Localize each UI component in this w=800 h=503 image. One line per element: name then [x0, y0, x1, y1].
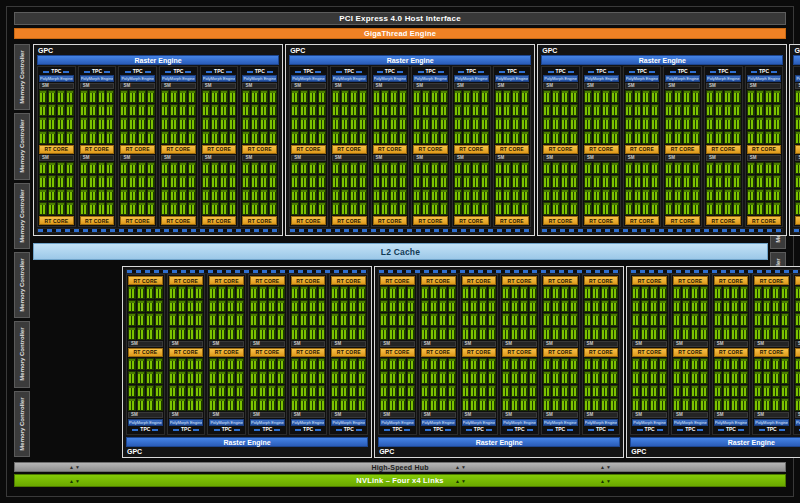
cuda-core-block [260, 117, 268, 130]
tpc-label: TPC [596, 427, 606, 432]
tpc-connector-line [697, 429, 703, 431]
cuda-core-row [462, 358, 497, 371]
cuda-core-rows [169, 357, 204, 413]
tpc-row: TPCPolyMorph EngineSMRT CORESMRT CORETPC… [288, 66, 532, 228]
cuda-core-block [714, 313, 722, 326]
cuda-core-block [195, 358, 203, 371]
cuda-core-block [592, 371, 600, 384]
cuda-core-block [57, 202, 65, 215]
cuda-core-block [543, 398, 551, 411]
cuda-core-row [543, 327, 578, 340]
rt-core: RT CORE [584, 216, 619, 225]
cuda-core-block [601, 398, 609, 411]
cuda-core-block [380, 371, 388, 384]
gpc: GPCRaster EngineTPCPolyMorph EngineSMRT … [33, 44, 283, 236]
cuda-core-row [665, 202, 700, 215]
cuda-core-row [543, 286, 578, 299]
cuda-core-block [331, 286, 339, 299]
cuda-core-block [349, 286, 357, 299]
cuda-core-block [448, 313, 456, 326]
cuda-core-block [634, 131, 642, 144]
cuda-core-row [332, 117, 367, 130]
cuda-core-block [625, 162, 633, 175]
cuda-core-block [146, 327, 154, 340]
gpc-row-bottom: GPCRaster EngineTPCPolyMorph EngineSMRT … [122, 266, 679, 458]
cuda-core-block [358, 385, 366, 398]
cuda-core-row [169, 358, 204, 371]
cuda-core-block [634, 104, 642, 117]
cuda-core-row [331, 313, 366, 326]
cuda-core-block [781, 398, 789, 411]
cuda-core-row [413, 104, 448, 117]
cuda-core-block [584, 313, 592, 326]
cuda-core-row [495, 90, 530, 103]
cuda-core-block [188, 202, 196, 215]
cuda-core-block [511, 398, 519, 411]
cuda-core-block [268, 313, 276, 326]
sm-label: SM [209, 412, 244, 418]
cuda-core-block [740, 327, 748, 340]
sm-unit: SMRT CORE [209, 276, 244, 348]
tpc-header: TPC [632, 426, 667, 433]
sm-unit: SMRT CORE [291, 82, 326, 154]
gpc: GPCRaster EngineTPCPolyMorph EngineSMRT … [537, 44, 787, 236]
cuda-core-row [209, 385, 244, 398]
cuda-core-block [430, 286, 438, 299]
cuda-core-block [390, 202, 398, 215]
sm-label: SM [714, 412, 749, 418]
cuda-core-block [692, 189, 700, 202]
raster-engine-bar: Raster Engine [630, 437, 800, 447]
cuda-core-rows [373, 89, 408, 145]
cuda-core-block [147, 131, 155, 144]
cuda-core-block [521, 202, 529, 215]
cuda-core-block [495, 162, 503, 175]
cuda-core-block [462, 286, 470, 299]
tpc: TPCPolyMorph EngineSMRT CORESMRT CORE [793, 274, 800, 435]
cuda-core-block [332, 131, 340, 144]
sm-unit: SMRT CORE [161, 82, 196, 154]
cuda-core-block [89, 104, 97, 117]
rt-core: RT CORE [331, 276, 366, 285]
cuda-core-block [440, 90, 448, 103]
gpc: GPCRaster EngineTPCPolyMorph EngineSMRT … [626, 266, 800, 458]
cuda-core-rows [584, 357, 619, 413]
cuda-core-block [422, 90, 430, 103]
cuda-core-rows [331, 357, 366, 413]
cuda-core-row [706, 189, 741, 202]
cuda-core-block [251, 189, 259, 202]
cuda-core-row [673, 300, 708, 313]
tpc-connector-line [608, 429, 614, 431]
cuda-core-row [795, 117, 800, 130]
cuda-core-block [169, 286, 177, 299]
cuda-core-block [682, 300, 690, 313]
cuda-core-block [211, 104, 219, 117]
cuda-core-row [584, 117, 619, 130]
cuda-core-block [747, 189, 755, 202]
cuda-core-block [98, 175, 106, 188]
cuda-core-block [747, 104, 755, 117]
tpc-header: TPC [161, 68, 196, 75]
cuda-core-block [398, 313, 406, 326]
cuda-core-block [155, 300, 163, 313]
cuda-core-block [218, 313, 226, 326]
cuda-core-block [795, 385, 800, 398]
cuda-core-block [373, 131, 381, 144]
cuda-core-block [511, 371, 519, 384]
cuda-core-block [479, 313, 487, 326]
polymorph-engine-bar: PolyMorph Engine [250, 419, 285, 426]
cuda-core-block [195, 398, 203, 411]
cuda-core-row [291, 398, 326, 411]
sm-unit: SMRT CORE [454, 154, 489, 226]
tpc-header: TPC [128, 426, 163, 433]
tpc: TPCPolyMorph EngineSMRT CORESMRT CORE [582, 66, 621, 227]
cuda-core-block [488, 300, 496, 313]
cuda-core-row [373, 131, 408, 144]
sm-unit: SMRT CORE [120, 82, 155, 154]
cuda-core-block [520, 398, 528, 411]
cuda-core-block [137, 313, 145, 326]
cuda-core-block [89, 175, 97, 188]
tpc: TPCPolyMorph EngineSMRT CORESMRT CORE [712, 274, 751, 435]
cuda-core-block [300, 202, 308, 215]
cuda-core-row [714, 358, 749, 371]
cuda-core-block [765, 189, 773, 202]
